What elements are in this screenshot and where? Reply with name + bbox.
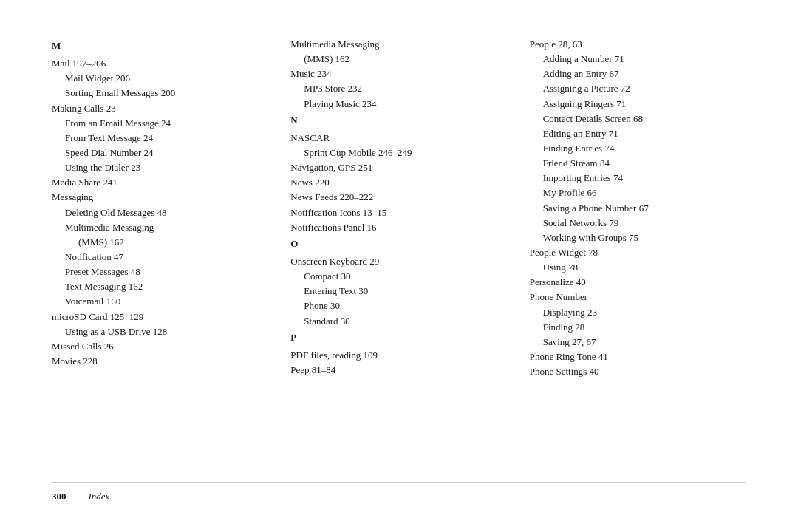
index-entry: Multimedia Messaging (52, 220, 268, 235)
index-entry: Notifications Panel 16 (290, 220, 507, 235)
index-entry: Displaying 23 (530, 305, 746, 320)
index-entry: Preset Messages 48 (52, 265, 268, 279)
index-entry: Notification 47 (52, 250, 268, 265)
index-entry: Making Calls 23 (52, 101, 268, 116)
index-entry: (MMS) 162 (290, 52, 507, 66)
section-letter-P: P (290, 330, 507, 345)
index-entry: Using the Dialer 23 (52, 160, 268, 175)
index-entry: Missed Calls 26 (52, 339, 268, 354)
index-entry: Text Messaging 162 (52, 279, 268, 294)
index-entry: Adding an Entry 67 (530, 66, 746, 81)
column-2: Multimedia Messaging(MMS) 162Music 234MP… (290, 37, 529, 475)
index-entry: Mail Widget 206 (52, 71, 268, 86)
index-entry: Social Networks 79 (530, 216, 746, 231)
index-columns: MMail 197–206Mail Widget 206Sorting Emai… (52, 37, 746, 475)
index-entry: Friend Stream 84 (530, 156, 746, 171)
index-entry: Entering Text 30 (290, 284, 507, 299)
section-letter-M: M (52, 38, 268, 53)
section-letter-N: N (290, 113, 507, 128)
page-number: 300 (52, 491, 66, 502)
index-entry: Peep 81–84 (290, 363, 507, 378)
index-entry: Importing Entries 74 (530, 171, 746, 185)
index-entry: From an Email Message 24 (52, 116, 268, 131)
index-entry: Editing an Entry 71 (530, 126, 746, 141)
index-entry: Deleting Old Messages 48 (52, 205, 268, 220)
index-entry: Phone Number (530, 290, 746, 304)
index-entry: Phone 30 (290, 299, 507, 313)
index-entry: Mail 197–206 (52, 56, 268, 71)
index-entry: PDF files, reading 109 (290, 348, 507, 363)
column-3: People 28, 63Adding a Number 71Adding an… (530, 37, 746, 475)
section-letter-O: O (290, 236, 507, 251)
index-entry: Messaging (52, 190, 268, 205)
index-entry: Assigning a Picture 72 (530, 81, 746, 96)
index-entry: People Widget 78 (530, 245, 746, 260)
index-entry: Assigning Ringers 71 (530, 97, 746, 112)
column-1: MMail 197–206Mail Widget 206Sorting Emai… (52, 37, 290, 475)
index-entry: Adding a Number 71 (530, 52, 746, 66)
index-entry: Music 234 (290, 66, 507, 81)
index-entry: Playing Music 234 (290, 97, 507, 112)
index-entry: Phone Settings 40 (530, 364, 746, 379)
index-entry: Working with Groups 75 (530, 231, 746, 245)
footer-title: Index (89, 491, 110, 502)
index-entry: My Profile 66 (530, 185, 746, 200)
index-entry: microSD Card 125–129 (52, 310, 268, 324)
index-entry: Onscreen Keyboard 29 (290, 254, 507, 269)
index-entry: Sorting Email Messages 200 (52, 86, 268, 100)
index-entry: (MMS) 162 (52, 235, 268, 250)
index-entry: Sprint Cup Mobile 246–249 (290, 146, 507, 160)
index-entry: Saving 27, 67 (530, 335, 746, 349)
index-entry: Multimedia Messaging (290, 37, 507, 52)
index-entry: From Text Message 24 (52, 131, 268, 146)
index-entry: Speed Dial Number 24 (52, 146, 268, 160)
index-entry: Voicemail 160 (52, 294, 268, 309)
index-entry: People 28, 63 (530, 37, 746, 52)
index-entry: Using as a USB Drive 128 (52, 324, 268, 339)
index-entry: Phone Ring Tone 41 (530, 349, 746, 364)
index-entry: Notification Icons 13–15 (290, 205, 507, 220)
index-entry: Media Share 241 (52, 175, 268, 190)
index-entry: Finding Entries 74 (530, 141, 746, 156)
page: MMail 197–206Mail Widget 206Sorting Emai… (0, 0, 798, 532)
index-entry: Using 78 (530, 260, 746, 275)
index-entry: Standard 30 (290, 314, 507, 329)
page-footer: 300 Index (52, 482, 746, 502)
index-entry: Saving a Phone Number 67 (530, 201, 746, 216)
index-entry: MP3 Store 232 (290, 81, 507, 96)
index-entry: Movies 228 (52, 354, 268, 369)
index-entry: Finding 28 (530, 320, 746, 335)
index-entry: Navigation, GPS 251 (290, 160, 507, 175)
index-entry: Personalize 40 (530, 275, 746, 290)
index-entry: Compact 30 (290, 269, 507, 284)
index-entry: News Feeds 220–222 (290, 190, 507, 205)
index-entry: News 220 (290, 175, 507, 190)
index-entry: Contact Details Screen 68 (530, 112, 746, 126)
index-entry: NASCAR (290, 131, 507, 146)
